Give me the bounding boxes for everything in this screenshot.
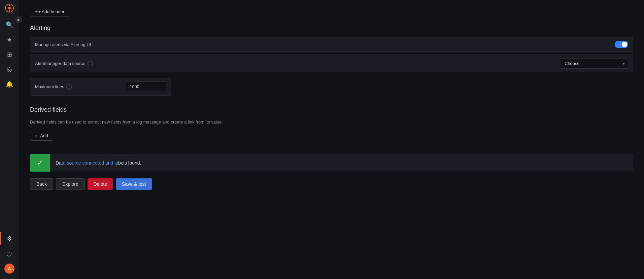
- sidebar: ▶ 🔍 ★ ⊞ ◎ 🔔 ⚙ 🛡 A: [0, 0, 19, 279]
- manage-alerts-toggle[interactable]: [615, 41, 628, 48]
- alertmanager-row: Alertmanager data source i Choose ▾: [30, 55, 633, 72]
- plus-icon: +: [35, 133, 38, 138]
- sidebar-item-starred[interactable]: ★: [0, 33, 19, 46]
- plus-icon: +: [35, 9, 38, 14]
- alertmanager-label: Alertmanager data source i: [35, 61, 93, 66]
- star-icon: ★: [7, 36, 12, 43]
- alertmanager-select-wrapper: Choose ▾: [561, 58, 628, 69]
- max-lines-label: Maximum lines i: [35, 84, 72, 90]
- svg-point-2: [8, 7, 11, 9]
- alerting-heading: Alerting: [30, 25, 633, 32]
- shield-icon: 🛡: [6, 251, 12, 258]
- max-lines-input[interactable]: [126, 81, 166, 92]
- active-indicator: [0, 232, 1, 245]
- explore-button[interactable]: Explore: [56, 178, 84, 190]
- success-text: Data source connected and labels found.: [50, 160, 147, 166]
- max-lines-section: Maximum lines i: [30, 78, 633, 98]
- search-icon: 🔍: [6, 21, 13, 29]
- success-text-content: Data source connected and labels found.: [56, 160, 141, 166]
- derived-fields-heading: Derived fields: [30, 106, 633, 113]
- back-button[interactable]: Back: [30, 178, 53, 190]
- success-text-highlight: ta source connected and la: [62, 160, 118, 166]
- avatar-label: A: [8, 266, 11, 271]
- checkmark-icon: ✓: [37, 159, 43, 167]
- alertmanager-select[interactable]: Choose: [561, 58, 628, 69]
- grafana-logo-icon[interactable]: [4, 3, 15, 13]
- delete-button[interactable]: Delete: [88, 178, 113, 190]
- dashboards-icon: ⊞: [7, 51, 12, 58]
- footer-buttons: Back Explore Delete Save & test: [30, 178, 633, 190]
- add-derived-field-button[interactable]: + Add: [30, 131, 53, 141]
- success-banner: ✓ Data source connected and labels found…: [30, 154, 633, 172]
- toggle-thumb: [622, 42, 627, 47]
- sidebar-expand-button[interactable]: ▶: [15, 16, 22, 23]
- add-label: Add: [40, 133, 48, 138]
- manage-alerts-row: Manage alerts via Alerting UI: [30, 37, 633, 52]
- toggle-track: [615, 41, 628, 48]
- max-lines-info-icon[interactable]: i: [66, 84, 72, 90]
- add-header-button[interactable]: + + Add header: [30, 7, 69, 16]
- alerting-section: Alerting Manage alerts via Alerting UI A…: [30, 25, 633, 72]
- bell-icon: 🔔: [6, 80, 13, 88]
- manage-alerts-label: Manage alerts via Alerting UI: [35, 42, 91, 47]
- sidebar-item-shield[interactable]: 🛡: [0, 248, 19, 261]
- success-icon-box: ✓: [30, 154, 50, 172]
- sidebar-item-settings[interactable]: ⚙: [0, 232, 19, 245]
- sidebar-bottom: ⚙ 🛡 A: [0, 231, 19, 276]
- derived-fields-section: Derived fields Derived fields can be use…: [30, 106, 633, 141]
- gear-icon: ⚙: [7, 235, 12, 242]
- sidebar-item-explore[interactable]: ◎: [0, 63, 19, 76]
- alertmanager-info-icon[interactable]: i: [88, 61, 93, 66]
- avatar[interactable]: A: [4, 264, 14, 274]
- sidebar-item-alerting[interactable]: 🔔: [0, 77, 19, 91]
- max-lines-row: Maximum lines i: [30, 78, 171, 96]
- save-test-button[interactable]: Save & test: [116, 178, 152, 190]
- derived-fields-description: Derived fields can be used to extract ne…: [30, 119, 633, 126]
- main-content: + + Add header Alerting Manage alerts vi…: [19, 0, 644, 279]
- compass-icon: ◎: [7, 66, 12, 73]
- sidebar-item-dashboards[interactable]: ⊞: [0, 48, 19, 61]
